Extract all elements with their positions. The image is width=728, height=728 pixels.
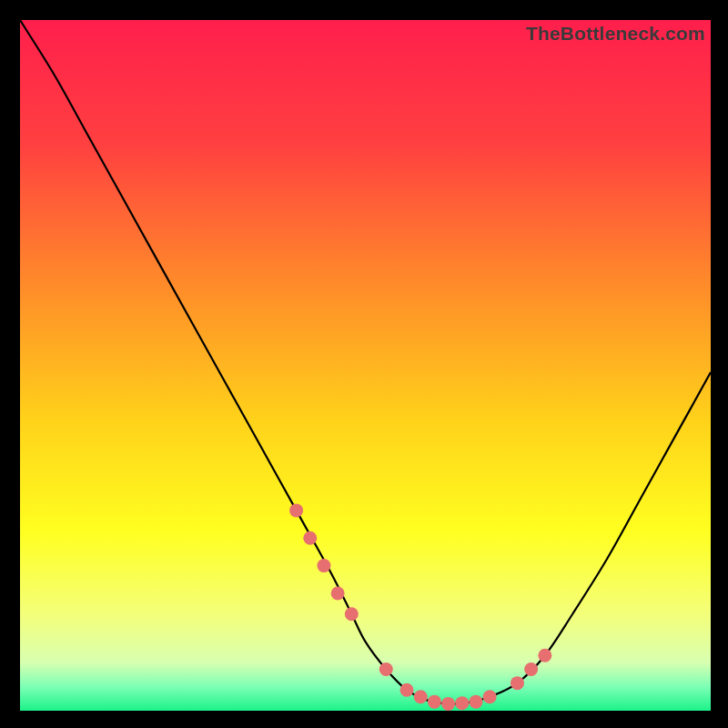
highlight-point [345, 607, 359, 621]
highlight-point [524, 662, 538, 676]
highlight-point [379, 662, 393, 676]
chart-frame: TheBottleneck.com [0, 0, 728, 728]
highlight-point [455, 696, 469, 710]
curve-layer [20, 20, 711, 711]
highlight-point [289, 503, 303, 517]
highlight-markers [289, 503, 551, 711]
highlight-point [428, 695, 441, 709]
highlight-point [483, 690, 497, 703]
plot-area: TheBottleneck.com [20, 20, 711, 711]
highlight-point [331, 586, 345, 600]
highlight-point [400, 683, 414, 697]
highlight-point [469, 695, 482, 709]
bottleneck-curve [20, 20, 711, 704]
highlight-point [414, 690, 428, 703]
highlight-point [441, 697, 455, 711]
highlight-point [511, 676, 524, 690]
highlight-point [303, 531, 317, 545]
highlight-point [317, 559, 330, 572]
highlight-point [538, 649, 551, 662]
